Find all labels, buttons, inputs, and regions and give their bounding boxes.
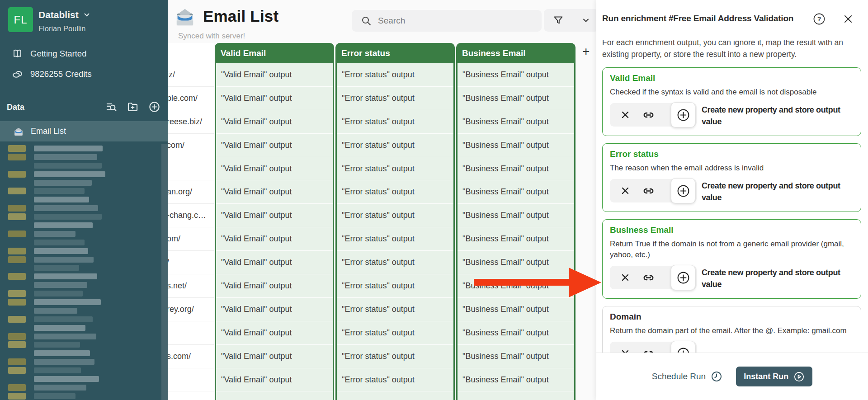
- search-box[interactable]: [352, 10, 542, 32]
- blurred-list-item[interactable]: [0, 195, 161, 204]
- blurred-list-item[interactable]: [0, 349, 161, 358]
- blurred-list-item[interactable]: [0, 375, 161, 383]
- table-cell[interactable]: "Error status" output: [337, 274, 453, 298]
- table-cell[interactable]: "Error status" output: [337, 157, 453, 181]
- search-list-icon[interactable]: [105, 101, 118, 115]
- ignore-output-button[interactable]: [619, 348, 631, 353]
- panel-scroll-area[interactable]: For each enrichment output, you can igno…: [596, 40, 868, 353]
- close-icon[interactable]: [843, 14, 854, 26]
- table-cell[interactable]: "Valid Email" output: [216, 180, 333, 204]
- avatar[interactable]: FL: [8, 7, 33, 32]
- table-cell[interactable]: "Valid Email" output: [216, 274, 333, 298]
- table-cell[interactable]: [216, 391, 333, 400]
- table-cell[interactable]: "Valid Email" output: [216, 63, 333, 87]
- table-cell[interactable]: "Business Email" output: [458, 110, 574, 134]
- table-cell[interactable]: "Business Email" output: [458, 63, 574, 87]
- table-cell[interactable]: "Valid Email" output: [216, 87, 333, 110]
- blurred-list-item[interactable]: [0, 383, 161, 392]
- blurred-list-item[interactable]: [0, 340, 161, 349]
- table-cell[interactable]: "Valid Email" output: [216, 134, 333, 157]
- table-cell[interactable]: "Business Email" output: [458, 321, 574, 345]
- table-cell[interactable]: "Valid Email" output: [216, 227, 333, 251]
- table-cell[interactable]: "Error status" output: [337, 110, 453, 134]
- table-cell[interactable]: "Business Email" output: [458, 274, 574, 298]
- blurred-list-item[interactable]: [0, 298, 161, 306]
- blurred-list-item[interactable]: [0, 153, 161, 161]
- table-cell[interactable]: "Error status" output: [337, 204, 453, 227]
- blurred-list-item[interactable]: [0, 272, 161, 281]
- table-cell[interactable]: [337, 391, 453, 400]
- blurred-list-item[interactable]: [0, 212, 161, 221]
- table-cell[interactable]: "Error status" output: [337, 251, 453, 274]
- table-cell[interactable]: "Business Email" output: [458, 251, 574, 274]
- create-new-property-button[interactable]: [671, 341, 695, 353]
- filter-button[interactable]: [544, 9, 599, 32]
- blurred-list-item[interactable]: [0, 264, 161, 272]
- blurred-list-item[interactable]: [0, 332, 161, 341]
- blurred-list-item[interactable]: [0, 306, 161, 315]
- blurred-list-item[interactable]: [0, 289, 161, 298]
- table-cell[interactable]: "Error status" output: [337, 368, 453, 392]
- map-existing-property-button[interactable]: [642, 347, 656, 353]
- schedule-run-button[interactable]: Schedule Run: [652, 371, 722, 382]
- table-cell[interactable]: "Error status" output: [337, 298, 453, 321]
- blurred-list-item[interactable]: [0, 358, 161, 366]
- table-cell[interactable]: "Error status" output: [337, 63, 453, 87]
- table-cell[interactable]: "Error status" output: [337, 345, 453, 368]
- table-cell[interactable]: "Valid Email" output: [216, 368, 333, 392]
- table-cell[interactable]: "Business Email" output: [458, 204, 574, 227]
- table-cell[interactable]: "Error status" output: [337, 321, 453, 345]
- ignore-output-button[interactable]: [619, 185, 631, 197]
- blurred-list-item[interactable]: [0, 230, 161, 238]
- blurred-list-item[interactable]: [0, 366, 161, 375]
- create-new-property-button[interactable]: [671, 102, 695, 127]
- blurred-list-item[interactable]: [0, 204, 161, 212]
- instant-run-button[interactable]: Instant Run: [736, 367, 812, 386]
- blurred-list-item[interactable]: [0, 392, 161, 400]
- table-cell[interactable]: "Valid Email" output: [216, 298, 333, 321]
- plus-circle-icon[interactable]: [148, 101, 160, 115]
- table-cell[interactable]: "Error status" output: [337, 134, 453, 157]
- sidebar-item-email-list[interactable]: Email List: [0, 121, 168, 141]
- blurred-list-item[interactable]: [0, 221, 161, 230]
- table-cell[interactable]: "Business Email" output: [458, 227, 574, 251]
- create-new-property-button[interactable]: [671, 178, 695, 203]
- table-cell[interactable]: "Business Email" output: [458, 134, 574, 157]
- table-cell[interactable]: "Valid Email" output: [216, 345, 333, 368]
- folder-plus-icon[interactable]: [127, 101, 139, 115]
- workspace-switcher[interactable]: Datablist: [38, 9, 90, 20]
- table-cell[interactable]: "Business Email" output: [458, 180, 574, 204]
- table-cell[interactable]: "Business Email" output: [458, 298, 574, 321]
- blurred-list-item[interactable]: [0, 161, 161, 170]
- table-cell[interactable]: "Valid Email" output: [216, 157, 333, 181]
- blurred-list-item[interactable]: [0, 315, 161, 324]
- map-existing-property-button[interactable]: [642, 271, 656, 285]
- table-cell[interactable]: "Business Email" output: [458, 368, 574, 392]
- help-icon[interactable]: ?: [813, 13, 826, 27]
- table-cell[interactable]: "Error status" output: [337, 227, 453, 251]
- table-column-header[interactable]: Business Email: [456, 43, 576, 63]
- blurred-list-item[interactable]: [0, 170, 161, 179]
- table-cell[interactable]: "Valid Email" output: [216, 204, 333, 227]
- table-cell[interactable]: "Valid Email" output: [216, 110, 333, 134]
- table-cell[interactable]: "Valid Email" output: [216, 321, 333, 345]
- blurred-list-item[interactable]: [0, 255, 161, 264]
- table-column-header[interactable]: Valid Email: [215, 43, 334, 63]
- filter-chevron-down-icon[interactable]: [582, 16, 590, 24]
- table-cell[interactable]: [458, 391, 574, 400]
- sidebar-scrollbar[interactable]: [161, 144, 168, 400]
- create-new-property-button[interactable]: [671, 265, 695, 290]
- ignore-output-button[interactable]: [619, 109, 631, 121]
- table-cell[interactable]: "Business Email" output: [458, 157, 574, 181]
- blurred-list-item[interactable]: [0, 238, 161, 247]
- blurred-list-item[interactable]: [0, 144, 161, 153]
- blurred-list-item[interactable]: [0, 281, 161, 289]
- search-input[interactable]: [378, 16, 514, 26]
- table-cell[interactable]: "Business Email" output: [458, 345, 574, 368]
- table-column-header[interactable]: Error status: [335, 43, 455, 63]
- table-cell[interactable]: "Error status" output: [337, 180, 453, 204]
- blurred-list-item[interactable]: [0, 324, 161, 332]
- ignore-output-button[interactable]: [619, 272, 631, 283]
- map-existing-property-button[interactable]: [642, 108, 656, 122]
- table-cell[interactable]: "Business Email" output: [458, 87, 574, 110]
